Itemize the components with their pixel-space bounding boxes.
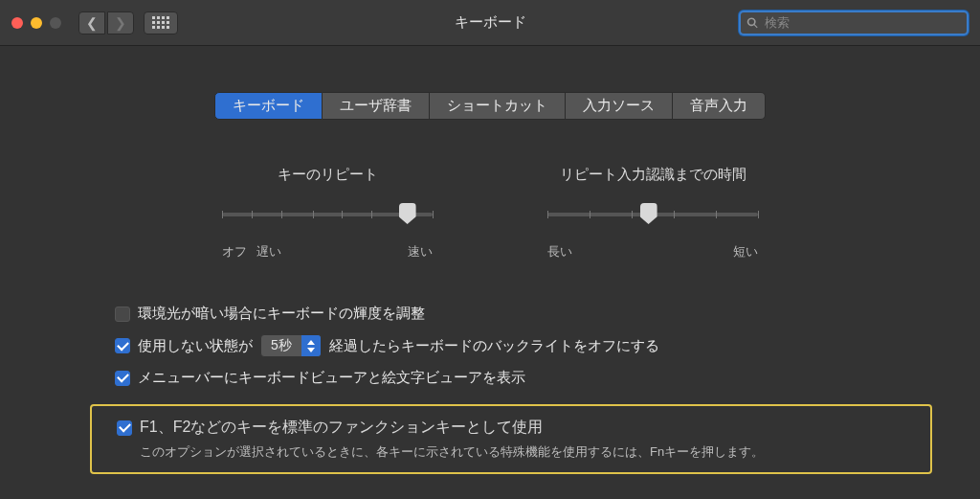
option-ambient-light: 環境光が暗い場合にキーボードの輝度を調整 bbox=[115, 299, 980, 329]
close-window-button[interactable] bbox=[11, 17, 23, 29]
nav-buttons: ❮ ❯ bbox=[78, 11, 134, 34]
key-repeat-thumb[interactable] bbox=[399, 203, 416, 224]
options-list: 環境光が暗い場合にキーボードの輝度を調整 使用しない状態が 5秒 経過したらキー… bbox=[115, 299, 980, 393]
grid-icon bbox=[152, 16, 169, 29]
traffic-lights bbox=[11, 17, 61, 29]
tab-input-sources[interactable]: 入力ソース bbox=[566, 92, 673, 120]
fn-keys-label: F1、F2などのキーを標準のファンクションキーとして使用 bbox=[140, 418, 543, 438]
key-repeat-slider[interactable] bbox=[222, 207, 433, 236]
option-fn-keys: F1、F2などのキーを標準のファンクションキーとして使用 bbox=[117, 416, 917, 440]
ambient-light-checkbox[interactable] bbox=[115, 306, 130, 322]
forward-button[interactable]: ❯ bbox=[107, 11, 134, 34]
chevron-left-icon: ❮ bbox=[86, 15, 98, 31]
titlebar: ❮ ❯ キーボード bbox=[0, 0, 980, 46]
tab-dictation[interactable]: 音声入力 bbox=[673, 92, 766, 120]
delay-long-label: 長い bbox=[547, 243, 572, 261]
ambient-light-label: 環境光が暗い場合にキーボードの輝度を調整 bbox=[138, 305, 425, 323]
backlight-off-checkbox[interactable] bbox=[115, 338, 130, 353]
delay-slider[interactable] bbox=[547, 207, 758, 236]
delay-title: リピート入力認識までの時間 bbox=[547, 166, 758, 184]
tab-user-dictionary[interactable]: ユーザ辞書 bbox=[323, 92, 430, 120]
select-stepper-icon bbox=[301, 335, 321, 356]
backlight-delay-select[interactable]: 5秒 bbox=[260, 334, 322, 357]
backlight-suffix: 経過したらキーボードのバックライトをオフにする bbox=[329, 337, 659, 355]
back-button[interactable]: ❮ bbox=[78, 11, 105, 34]
option-menubar-viewer: メニューバーにキーボードビューアと絵文字ビューアを表示 bbox=[115, 363, 980, 393]
tab-shortcuts[interactable]: ショートカット bbox=[430, 92, 566, 120]
search-input[interactable] bbox=[765, 15, 961, 30]
tab-bar: キーボード ユーザ辞書 ショートカット 入力ソース 音声入力 bbox=[0, 92, 980, 120]
delay-short-label: 短い bbox=[733, 243, 758, 261]
option-backlight-off: 使用しない状態が 5秒 経過したらキーボードのバックライトをオフにする bbox=[115, 329, 980, 363]
backlight-delay-value: 5秒 bbox=[261, 337, 301, 354]
sliders-row: キーのリピート オフ 遅い 速い リピート入力認識までの時間 bbox=[0, 166, 980, 261]
key-repeat-slow-label: 遅い bbox=[256, 244, 281, 259]
search-icon bbox=[746, 16, 759, 30]
tab-keyboard[interactable]: キーボード bbox=[214, 92, 323, 120]
minimize-window-button[interactable] bbox=[31, 17, 42, 29]
key-repeat-fast-label: 速い bbox=[408, 243, 433, 261]
key-repeat-title: キーのリピート bbox=[222, 166, 433, 184]
key-repeat-slider-group: キーのリピート オフ 遅い 速い bbox=[222, 166, 433, 261]
search-field-wrap[interactable] bbox=[739, 11, 969, 35]
fn-keys-highlight-box: F1、F2などのキーを標準のファンクションキーとして使用 このオプションが選択さ… bbox=[90, 404, 932, 474]
key-repeat-off-label: オフ bbox=[222, 244, 247, 259]
maximize-window-button[interactable] bbox=[50, 17, 61, 29]
fn-keys-hint: このオプションが選択されているときに、各キーに示されている特殊機能を使用するには… bbox=[140, 443, 917, 461]
show-all-button[interactable] bbox=[144, 11, 178, 34]
delay-slider-group: リピート入力認識までの時間 長い 短い bbox=[547, 166, 758, 261]
chevron-right-icon: ❯ bbox=[115, 15, 126, 31]
backlight-prefix: 使用しない状態が bbox=[138, 337, 253, 355]
delay-thumb[interactable] bbox=[640, 203, 657, 224]
fn-keys-checkbox[interactable] bbox=[117, 420, 132, 436]
menubar-viewer-label: メニューバーにキーボードビューアと絵文字ビューアを表示 bbox=[138, 369, 525, 387]
window-title: キーボード bbox=[455, 13, 526, 32]
menubar-viewer-checkbox[interactable] bbox=[115, 371, 130, 386]
